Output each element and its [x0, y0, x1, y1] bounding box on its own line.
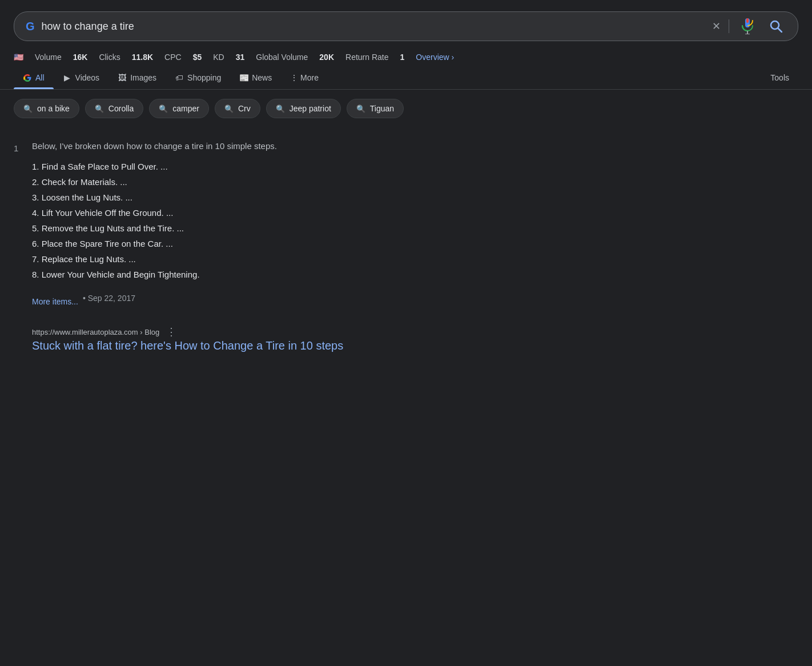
result-date: • Sep 22, 2017	[83, 294, 135, 303]
list-item: 1. Find a Safe Place to Pull Over. ...	[32, 159, 789, 174]
news-icon: 📰	[239, 73, 248, 82]
chip-tiguan[interactable]: 🔍 Tiguan	[347, 99, 404, 118]
images-icon: 🖼	[118, 73, 127, 82]
source-result: https://www.millerautoplaza.com › Blog ⋮…	[14, 318, 798, 357]
list-item: 4. Lift Your Vehicle Off the Ground. ...	[32, 205, 789, 220]
main-content: 1 Below, I've broken down how to change …	[0, 127, 812, 371]
tab-images[interactable]: 🖼 Images	[108, 66, 166, 89]
chip-search-icon-jeep: 🔍	[276, 105, 285, 113]
list-item: 7. Replace the Lug Nuts. ...	[32, 251, 789, 267]
tab-more-label: ⋮ More	[290, 73, 319, 82]
chip-search-icon-tiguan: 🔍	[356, 105, 365, 113]
search-button[interactable]	[766, 16, 786, 37]
google-g-icon: G	[26, 20, 35, 33]
chip-crv-label: Crv	[238, 104, 251, 113]
chip-camper-label: camper	[172, 104, 199, 113]
chip-bike[interactable]: 🔍 on a bike	[14, 99, 79, 118]
list-item: 2. Check for Materials. ...	[32, 174, 789, 190]
kd-label: KD	[213, 53, 224, 62]
snippet-list: 1. Find a Safe Place to Pull Over. ... 2…	[32, 159, 789, 282]
tab-videos-label: Videos	[75, 73, 100, 82]
chip-tiguan-label: Tiguan	[370, 104, 394, 113]
metrics-bar: 🇺🇸 Volume 16K Clicks 11.8K CPC $5 KD 31 …	[0, 48, 812, 66]
tab-videos[interactable]: ▶ Videos	[54, 66, 109, 89]
chip-search-icon-camper: 🔍	[159, 105, 168, 113]
clear-icon[interactable]: ✕	[712, 20, 721, 33]
overview-link[interactable]: Overview ›	[416, 53, 454, 62]
tab-shopping-label: Shopping	[187, 73, 221, 82]
chip-search-icon-bike: 🔍	[23, 105, 33, 113]
nav-tabs: All ▶ Videos 🖼 Images 🏷 Shopping 📰 News …	[0, 66, 812, 90]
tools-tab[interactable]: Tools	[761, 66, 798, 89]
shopping-icon: 🏷	[175, 73, 184, 82]
chip-search-icon-crv: 🔍	[224, 105, 234, 113]
mic-icon	[739, 18, 755, 34]
search-bar: G how to change a tire ✕	[14, 11, 798, 41]
search-input[interactable]: how to change a tire	[42, 21, 712, 33]
tab-more[interactable]: ⋮ More	[281, 66, 328, 89]
chip-camper[interactable]: 🔍 camper	[149, 99, 209, 118]
mic-button[interactable]	[737, 16, 758, 37]
return-value: 1	[400, 53, 405, 62]
chips-container: 🔍 on a bike 🔍 Corolla 🔍 camper 🔍 Crv 🔍 J…	[0, 90, 812, 127]
volume-value: 16K	[73, 53, 88, 62]
list-item: 3. Loosen the Lug Nuts. ...	[32, 190, 789, 205]
clicks-value: 11.8K	[132, 53, 153, 62]
source-domain: https://www.millerautoplaza.com › Blog	[32, 328, 159, 336]
tab-news-label: News	[252, 73, 272, 82]
search-bar-icons: ✕	[712, 16, 786, 37]
tab-all[interactable]: All	[14, 66, 54, 89]
chip-crv[interactable]: 🔍 Crv	[215, 99, 260, 118]
snippet-intro: Below, I've broken down how to change a …	[32, 141, 789, 151]
search-icon	[768, 18, 784, 34]
flag-icon: 🇺🇸	[14, 53, 23, 62]
global-value: 20K	[319, 53, 334, 62]
chip-jeep-label: Jeep patriot	[290, 104, 331, 113]
tab-images-label: Images	[130, 73, 156, 82]
tab-shopping[interactable]: 🏷 Shopping	[166, 66, 230, 89]
chip-jeep[interactable]: 🔍 Jeep patriot	[266, 99, 341, 118]
more-options-button[interactable]: ⋮	[164, 327, 179, 337]
svg-rect-1	[746, 18, 749, 23]
result-title-link[interactable]: Stuck with a flat tire? here's How to Ch…	[32, 339, 343, 352]
chip-corolla-label: Corolla	[108, 104, 134, 113]
chip-bike-label: on a bike	[37, 104, 70, 113]
search-bar-container: G how to change a tire ✕	[0, 0, 812, 48]
chip-corolla[interactable]: 🔍 Corolla	[85, 99, 143, 118]
list-item: 6. Place the Spare Tire on the Car. ...	[32, 236, 789, 251]
chip-search-icon-corolla: 🔍	[95, 105, 104, 113]
divider	[729, 19, 729, 33]
videos-icon: ▶	[63, 73, 72, 82]
kd-value: 31	[236, 53, 245, 62]
cpc-value: $5	[193, 53, 202, 62]
tab-all-label: All	[35, 73, 45, 82]
more-items-link[interactable]: More items...	[32, 297, 78, 306]
return-label: Return Rate	[345, 53, 388, 62]
volume-label: Volume	[35, 53, 62, 62]
tab-news[interactable]: 📰 News	[230, 66, 281, 89]
clicks-label: Clicks	[99, 53, 120, 62]
list-item: 8. Lower Your Vehicle and Begin Tighteni…	[32, 267, 789, 282]
featured-snippet: 1 Below, I've broken down how to change …	[14, 132, 798, 315]
all-icon	[23, 73, 32, 82]
global-label: Global Volume	[256, 53, 308, 62]
cpc-label: CPC	[164, 53, 182, 62]
svg-line-6	[778, 29, 782, 33]
source-url: https://www.millerautoplaza.com › Blog ⋮	[32, 327, 789, 337]
result-index: 1	[14, 143, 18, 153]
list-item: 5. Remove the Lug Nuts and the Tire. ...	[32, 220, 789, 236]
